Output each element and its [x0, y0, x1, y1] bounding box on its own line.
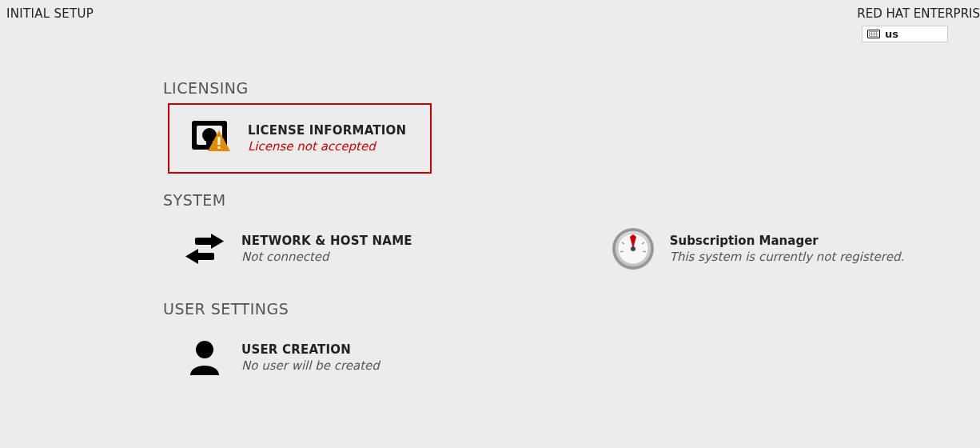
svg-marker-8 [211, 234, 224, 249]
svg-rect-5 [218, 137, 221, 145]
user-creation-tile[interactable]: USER CREATION No user will be created [163, 324, 411, 391]
gauge-icon [611, 226, 655, 271]
subscription-title: Subscription Manager [670, 234, 904, 248]
keyboard-layout-value: us [885, 28, 898, 40]
subscription-manager-tile[interactable]: Subscription Manager This system is curr… [592, 215, 923, 282]
section-heading-licensing: LICENSING [163, 79, 980, 97]
license-info-status: License not accepted [248, 139, 406, 154]
user-creation-title: USER CREATION [241, 342, 380, 357]
svg-marker-10 [185, 249, 198, 264]
network-hostname-tile[interactable]: NETWORK & HOST NAME Not connected [163, 215, 432, 282]
license-warning-icon [189, 116, 233, 161]
svg-rect-6 [218, 146, 221, 149]
subscription-status: This system is currently not registered. [670, 250, 904, 264]
svg-point-20 [631, 246, 635, 251]
section-heading-system: SYSTEM [163, 191, 980, 209]
svg-rect-7 [195, 238, 213, 245]
license-info-title: LICENSE INFORMATION [248, 123, 406, 138]
user-creation-status: No user will be created [241, 358, 380, 373]
svg-point-21 [196, 341, 213, 358]
network-status: Not connected [241, 250, 412, 264]
section-heading-user-settings: USER SETTINGS [163, 300, 980, 318]
svg-rect-9 [197, 253, 214, 260]
network-title: NETWORK & HOST NAME [241, 234, 412, 248]
page-title: INITIAL SETUP [6, 6, 94, 21]
keyboard-layout-selector[interactable]: us [862, 26, 948, 42]
distribution-label: RED HAT ENTERPRIS [857, 6, 980, 21]
user-icon [182, 335, 227, 380]
license-information-tile[interactable]: LICENSE INFORMATION License not accepted [168, 103, 432, 174]
keyboard-icon [867, 30, 880, 38]
network-arrows-icon [182, 226, 227, 271]
